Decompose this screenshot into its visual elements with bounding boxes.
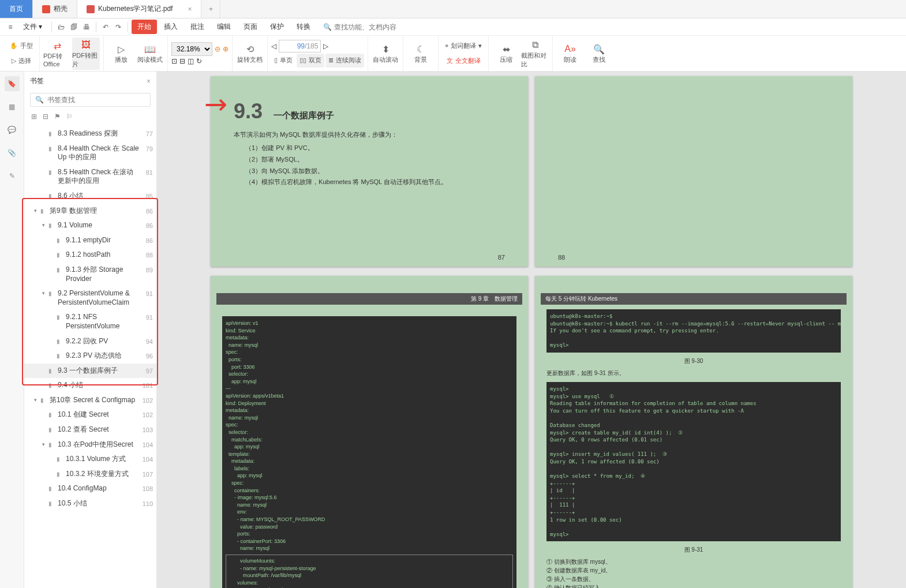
bookmark-flag-icon[interactable]: ⚐ [66,113,73,121]
bookmark-page: 89 [139,267,153,274]
bookmark-item[interactable]: ▮9.1.1 emptyDir86 [24,233,156,248]
auto-scroll-button[interactable]: ⬍自动滚动 [372,38,399,70]
save-icon[interactable]: 🗐 [68,21,80,33]
next-page-icon[interactable]: ▷ [323,42,328,50]
menu-start[interactable]: 开始 [132,20,157,34]
word-translate-button[interactable]: ⌖划词翻译 ▾ [442,39,485,53]
play-button[interactable]: ▷播放 [107,38,135,70]
print-icon[interactable]: 🖶 [81,21,92,33]
hamburger-icon[interactable]: ≡ [5,21,16,33]
bookmark-item[interactable]: ▮8.4 Health Check 在 Scale Up 中的应用79 [24,141,156,165]
find-button[interactable]: 🔍查找 [585,38,613,70]
thumbnail-rail-icon[interactable]: ▦ [5,99,20,114]
bookmark-page: 86 [139,237,153,244]
close-icon[interactable]: × [188,5,192,13]
bookmark-label: 9.2.3 PV 动态供给 [66,351,139,361]
bookmark-item[interactable]: ▮9.3 一个数据库例子97 [24,364,156,379]
compress-button[interactable]: ⬌压缩 [492,38,520,70]
new-tab-button[interactable]: + [201,0,220,18]
fit-width-icon[interactable]: ⊡ [171,57,177,65]
redo-icon[interactable]: ↷ [113,21,124,33]
bookmark-add-icon[interactable]: ⚑ [54,113,61,121]
full-translate-button[interactable]: 文全文翻译 [442,54,485,68]
bookmark-item[interactable]: ▮8.5 Health Check 在滚动更新中的应用81 [24,165,156,189]
bookmark-item[interactable]: ▮10.4 ConfigMap108 [24,481,156,496]
bookmark-item[interactable]: ▾▮9.1 Volume86 [24,218,156,233]
close-panel-icon[interactable]: × [147,77,151,85]
pdf-to-image-button[interactable]: 🖼PDF转图片 [72,38,100,70]
bookmark-item[interactable]: ▾▮第9章 数据管理86 [24,204,156,219]
bookmark-item[interactable]: ▮9.1.3 外部 Storage Provider89 [24,263,156,286]
bookmark-icon: ▮ [57,252,63,258]
pdf-icon [87,5,95,13]
tab-home[interactable]: 首页 [0,0,33,18]
bookmark-item[interactable]: ▾▮9.2 PersistentVolume & PersistentVolum… [24,286,156,310]
hand-tool-button[interactable]: ✋手型 [7,39,36,53]
search-input[interactable] [334,23,438,31]
expand-arrow-icon[interactable]: ▾ [40,290,46,296]
search-box[interactable]: 🔍 [323,23,438,31]
menu-convert[interactable]: 转换 [291,20,316,34]
attachment-rail-icon[interactable]: 📎 [5,145,20,160]
bookmark-item[interactable]: ▮9.2.3 PV 动态供给96 [24,349,156,364]
open-icon[interactable]: 🗁 [55,21,67,33]
menu-edit[interactable]: 编辑 [211,20,237,34]
double-page-button[interactable]: ▯▯双页 [297,54,324,68]
expand-arrow-icon[interactable]: ▾ [40,441,46,447]
expand-arrow-icon[interactable]: ▾ [40,222,46,228]
bookmark-item[interactable]: ▮8.6 小结85 [24,189,156,204]
pdf-to-office-button[interactable]: ⇄PDF转Office [43,38,71,70]
bookmark-item[interactable]: ▮9.4 小结101 [24,378,156,393]
bookmark-item[interactable]: ▮9.2.1 NFS PersistentVolume91 [24,310,156,334]
bookmark-item[interactable]: ▮10.2 查看 Secret103 [24,422,156,437]
menu-file[interactable]: 文件 ▾ [17,20,48,34]
bookmark-item[interactable]: ▮10.3.2 环境变量方式107 [24,467,156,482]
bookmark-page: 88 [139,252,153,259]
rotate-button[interactable]: ⟲旋转文档 [236,38,264,70]
menu-protect[interactable]: 保护 [264,20,290,34]
bookmark-label: 9.1.1 emptyDir [66,236,139,245]
bookmark-item[interactable]: ▮10.5 小结110 [24,496,156,511]
bookmark-search-input[interactable] [47,96,145,104]
bookmark-search[interactable]: 🔍 [30,93,151,107]
background-button[interactable]: ☾背景 [407,38,435,70]
menu-insert[interactable]: 插入 [158,20,184,34]
collapse-all-icon[interactable]: ⊟ [43,113,48,121]
actual-size-icon[interactable]: ◫ [188,57,194,65]
menu-annotate[interactable]: 批注 [185,20,210,34]
single-page-button[interactable]: ▯单页 [271,54,295,68]
bookmark-item[interactable]: ▮9.2.2 回收 PV94 [24,334,156,349]
refresh-icon[interactable]: ↻ [196,57,202,65]
bookmark-list[interactable]: ▮8.3 Readiness 探测77▮8.4 Health Check 在 S… [24,124,156,588]
tab-daoke[interactable]: 稻壳 [33,0,77,18]
sign-rail-icon[interactable]: ✎ [5,168,20,183]
bookmark-item[interactable]: ▮10.3.1 Volume 方式104 [24,452,156,467]
document-viewport[interactable]: 9.3 一个数据库例子 本节演示如何为 MySQL 数据库提供持久化存储，步骤为… [157,72,906,588]
expand-all-icon[interactable]: ⊞ [31,113,37,121]
bookmark-item[interactable]: ▮9.1.2 hostPath88 [24,248,156,263]
bookmark-page: 81 [139,169,153,176]
read-aloud-button[interactable]: A»朗读 [556,38,584,70]
fit-page-icon[interactable]: ⊟ [179,57,185,65]
zoom-select[interactable]: 32.18% [171,42,212,56]
bookmark-item[interactable]: ▾▮10.3 在Pod中使用Secret104 [24,437,156,452]
read-mode-button[interactable]: 📖阅读模式 [136,38,164,70]
undo-icon[interactable]: ↶ [100,21,111,33]
zoom-out-icon[interactable]: ⊖ [215,45,220,53]
continuous-button[interactable]: ≣连续阅读 [325,54,364,68]
select-tool-button[interactable]: ▷选择 [7,54,36,68]
zoom-in-icon[interactable]: ⊕ [223,45,229,53]
bookmark-item[interactable]: ▮8.3 Readiness 探测77 [24,126,156,141]
tab-kubernetes-pdf[interactable]: Kubernetes学习笔记.pdf× [77,0,201,18]
expand-arrow-icon[interactable]: ▾ [32,397,38,403]
bookmark-item[interactable]: ▾▮第10章 Secret & Configmap102 [24,393,156,408]
comment-rail-icon[interactable]: 💬 [5,122,20,137]
bookmark-item[interactable]: ▮10.1 创建 Secret102 [24,407,156,422]
expand-arrow-icon[interactable]: ▾ [32,208,38,214]
prev-page-icon[interactable]: ◁ [271,42,276,50]
bookmark-rail-icon[interactable]: 🔖 [5,76,20,91]
screenshot-button[interactable]: ⧉截图和对比 [521,38,549,70]
menu-page[interactable]: 页面 [238,20,263,34]
page-input-group[interactable]: /185 [279,40,321,53]
page-number-input[interactable] [282,42,305,50]
